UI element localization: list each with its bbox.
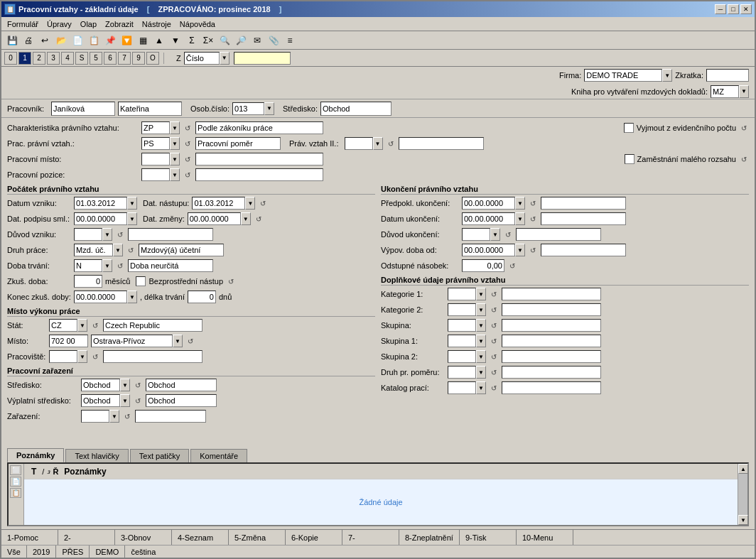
pracoviste-dropdown[interactable]: ▼ bbox=[77, 350, 87, 363]
skupina-code[interactable] bbox=[448, 319, 476, 332]
tb-print[interactable]: 🖨 bbox=[21, 33, 36, 48]
charakter-refresh[interactable]: ↺ bbox=[183, 123, 193, 133]
predpokl-ukonceni-dropdown[interactable]: ▼ bbox=[515, 197, 525, 210]
odstupne-refresh[interactable]: ↺ bbox=[507, 261, 517, 271]
skupina1-code[interactable] bbox=[448, 335, 476, 347]
pracoviste-value[interactable] bbox=[103, 350, 202, 363]
druh-pom-dropdown[interactable]: ▼ bbox=[476, 366, 486, 379]
dat-zmeny-field[interactable] bbox=[188, 212, 241, 225]
prac-prav-refresh[interactable]: ↺ bbox=[183, 139, 193, 148]
nav-number-field[interactable] bbox=[234, 52, 291, 65]
pracovni-misto-dropdown[interactable]: ▼ bbox=[170, 153, 180, 165]
stredisko-refresh2[interactable]: ↺ bbox=[133, 380, 143, 390]
worker-firstname[interactable] bbox=[51, 102, 115, 116]
dat-zmeny-dropdown[interactable]: ▼ bbox=[241, 212, 251, 225]
tb-open-folder[interactable]: 📂 bbox=[53, 33, 69, 48]
stredisko-code2[interactable] bbox=[81, 379, 120, 391]
konec-zkus-dropdown[interactable]: ▼ bbox=[127, 291, 137, 303]
vyplatni-code[interactable] bbox=[81, 394, 120, 407]
kategorie2-refresh[interactable]: ↺ bbox=[489, 305, 499, 315]
tb-paste[interactable]: 📌 bbox=[102, 33, 118, 48]
nav-s[interactable]: S bbox=[75, 52, 88, 65]
misto-nazev[interactable] bbox=[91, 335, 173, 347]
kategorie1-refresh[interactable]: ↺ bbox=[489, 289, 499, 299]
kategorie1-dropdown[interactable]: ▼ bbox=[476, 288, 486, 300]
nav-cislo-dropdown[interactable]: ▼ bbox=[220, 52, 230, 65]
dat-podpisu-dropdown[interactable]: ▼ bbox=[127, 212, 137, 225]
druh-prace-refresh[interactable]: ↺ bbox=[126, 245, 136, 255]
kategorie2-dropdown[interactable]: ▼ bbox=[476, 303, 486, 316]
konec-zkus-field[interactable] bbox=[74, 291, 127, 303]
tb-calc[interactable]: Σ bbox=[184, 33, 200, 48]
tb-search2[interactable]: 🔎 bbox=[233, 33, 249, 48]
zam-maleho-refresh[interactable]: ↺ bbox=[739, 154, 749, 164]
doba-trvani-code[interactable] bbox=[74, 259, 102, 272]
vypov-doba-od-value[interactable] bbox=[541, 244, 626, 256]
pracoviste-code[interactable] bbox=[49, 350, 77, 363]
stredisko-dropdown2[interactable]: ▼ bbox=[120, 379, 130, 391]
vyplatni-value[interactable] bbox=[146, 394, 217, 407]
zarazeni-value[interactable] bbox=[135, 410, 206, 423]
pracovni-pozice-refresh[interactable]: ↺ bbox=[183, 170, 193, 180]
misto-dropdown[interactable]: ▼ bbox=[173, 335, 183, 347]
zarazeni-refresh[interactable]: ↺ bbox=[122, 411, 132, 421]
skupina2-value[interactable] bbox=[502, 350, 601, 363]
nav-3[interactable]: 3 bbox=[47, 52, 60, 65]
vyjmout-refresh[interactable]: ↺ bbox=[739, 123, 749, 133]
pracoviste-refresh[interactable]: ↺ bbox=[90, 352, 100, 362]
doba-trvani-dropdown[interactable]: ▼ bbox=[102, 259, 112, 272]
firma-field[interactable] bbox=[584, 69, 662, 82]
vyplatni-dropdown[interactable]: ▼ bbox=[120, 394, 130, 407]
kategorie2-value[interactable] bbox=[502, 303, 601, 316]
pracovni-pozice-dropdown[interactable]: ▼ bbox=[170, 168, 180, 181]
vypov-doba-od-dropdown[interactable]: ▼ bbox=[515, 244, 525, 256]
zarazeni-dropdown[interactable]: ▼ bbox=[109, 410, 119, 423]
druh-prace-dropdown[interactable]: ▼ bbox=[113, 244, 123, 256]
tb-new[interactable]: 📄 bbox=[70, 33, 85, 48]
kategorie1-value[interactable] bbox=[502, 288, 601, 300]
status-3-obnov[interactable]: 3-Obnov bbox=[115, 530, 172, 545]
duvod-vzniku-dropdown[interactable]: ▼ bbox=[102, 228, 112, 241]
predpokl-ukonceni-refresh[interactable]: ↺ bbox=[528, 198, 538, 208]
druh-pom-refresh[interactable]: ↺ bbox=[489, 367, 499, 377]
prav-vztah-II-refresh[interactable]: ↺ bbox=[386, 139, 396, 148]
pracovni-misto-refresh[interactable]: ↺ bbox=[183, 154, 193, 164]
tb-up[interactable]: ▲ bbox=[151, 33, 167, 48]
stat-dropdown[interactable]: ▼ bbox=[77, 319, 87, 332]
stredisko-value2[interactable] bbox=[146, 379, 217, 391]
vypov-doba-od-field[interactable] bbox=[462, 244, 515, 256]
tab-komentare[interactable]: Komentáře bbox=[190, 449, 247, 462]
kategorie1-code[interactable] bbox=[448, 288, 476, 300]
dat-nastupu-refresh[interactable]: ↺ bbox=[258, 198, 268, 208]
misto-psc[interactable] bbox=[49, 335, 88, 347]
tb-down[interactable]: ▼ bbox=[168, 33, 183, 48]
druh-pom-value[interactable] bbox=[502, 366, 601, 379]
skupina2-dropdown[interactable]: ▼ bbox=[476, 350, 486, 363]
zkratka-field[interactable] bbox=[706, 69, 749, 82]
nav-7[interactable]: 7 bbox=[118, 52, 131, 65]
stat-code[interactable] bbox=[49, 319, 77, 332]
tb-undo[interactable]: ↩ bbox=[37, 33, 53, 48]
doba-trvani-value[interactable] bbox=[128, 259, 213, 272]
druh-prace-value[interactable] bbox=[139, 244, 224, 256]
druh-pom-code[interactable] bbox=[448, 366, 476, 379]
osob-cislo-dropdown[interactable]: ▼ bbox=[264, 102, 274, 115]
predpokl-ukonceni-value[interactable] bbox=[541, 197, 626, 210]
doba-trvani-refresh[interactable]: ↺ bbox=[115, 261, 125, 271]
close-button[interactable]: ✕ bbox=[740, 4, 752, 14]
status-1-pomoc[interactable]: 1-Pomoc bbox=[1, 530, 58, 545]
skupina2-refresh[interactable]: ↺ bbox=[489, 352, 499, 362]
nav-2[interactable]: 2 bbox=[33, 52, 45, 65]
kniha-field[interactable] bbox=[711, 85, 739, 98]
duvod-ukonceni-dropdown[interactable]: ▼ bbox=[490, 228, 500, 241]
pracovni-misto-code[interactable] bbox=[141, 153, 170, 165]
charakter-value[interactable] bbox=[195, 121, 323, 134]
dat-nastupu-field[interactable] bbox=[192, 197, 245, 210]
vyplatni-refresh[interactable]: ↺ bbox=[133, 396, 143, 406]
nav-1[interactable]: 1 bbox=[18, 52, 31, 65]
maximize-button[interactable]: □ bbox=[728, 4, 739, 14]
zam-maleho-checkbox[interactable] bbox=[625, 154, 634, 164]
status-8-zneplatneni[interactable]: 8-Zneplatnění bbox=[399, 530, 460, 545]
skupina1-refresh[interactable]: ↺ bbox=[489, 336, 499, 346]
prac-prav-dropdown[interactable]: ▼ bbox=[170, 137, 180, 150]
